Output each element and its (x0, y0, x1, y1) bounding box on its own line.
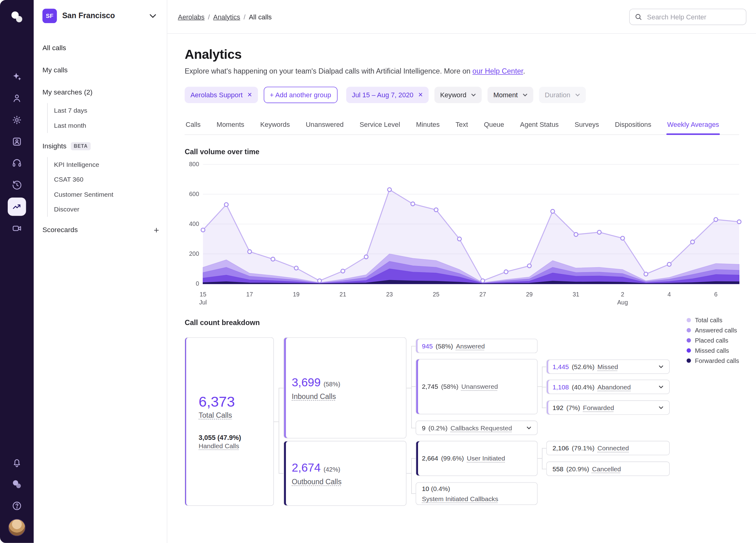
breakdown-node-system-initiated[interactable]: 10 (0.4%) System Initiated Callbacks (416, 482, 538, 505)
breakdown-node-user-initiated[interactable]: 2,664 (99.6%) User Initiated (416, 441, 538, 476)
search-input[interactable] (646, 12, 741, 21)
last-7-days-label: Last 7 days (54, 107, 87, 114)
breakdown-node-cancelled[interactable]: 558 (20.9%) Cancelled (546, 461, 670, 476)
duration-label: Duration (545, 91, 570, 99)
sidebar-item-kpi-intelligence[interactable]: KPI Intelligence (54, 157, 167, 172)
x-axis-tick: 25 (433, 290, 440, 299)
cancelled-label: Cancelled (592, 465, 621, 472)
sidebar-item-last-7-days[interactable]: Last 7 days (54, 103, 167, 118)
headset-icon[interactable] (8, 154, 26, 172)
tab-agent-status[interactable]: Agent Status (519, 116, 560, 135)
breadcrumb-analytics[interactable]: Analytics (213, 13, 240, 20)
bell-icon[interactable] (8, 453, 26, 471)
tab-service-level[interactable]: Service Level (359, 116, 401, 135)
history-icon[interactable] (8, 176, 26, 194)
date-range-chip[interactable]: Jul 15 – Aug 7, 2020 × (346, 87, 429, 103)
unanswered-value: 2,745 (422, 383, 438, 390)
forwarded-pct: (7%) (566, 404, 580, 411)
x-axis-tick: 15Jul (199, 290, 207, 307)
tab-weekly-averages[interactable]: Weekly Averages (666, 116, 720, 135)
customer-sentiment-label: Customer Sentiment (54, 191, 113, 198)
contact-card-icon[interactable] (8, 132, 26, 151)
breakdown-node-connected[interactable]: 2,106 (79.1%) Connected (546, 441, 670, 455)
connector-line (279, 388, 279, 474)
description-text: Explore what's happening on your team's … (185, 67, 472, 75)
tab-moments[interactable]: Moments (216, 116, 245, 135)
sidebar-item-csat-360[interactable]: CSAT 360 (54, 172, 167, 187)
tab-keywords[interactable]: Keywords (259, 116, 291, 135)
sidebar-item-scorecards[interactable]: Scorecards + (43, 219, 167, 241)
breakdown-node-inbound[interactable]: 3,699(58%) Inbound Calls (283, 337, 406, 439)
breakdown-node-unanswered[interactable]: 2,745 (58%) Unanswered (416, 359, 538, 414)
ai-sparkles-icon[interactable] (8, 67, 26, 85)
tab-text[interactable]: Text (455, 116, 469, 135)
add-group-button[interactable]: + Add another group (263, 87, 337, 103)
workspace-selector[interactable]: SF San Francisco (34, 0, 167, 30)
sidebar-item-my-calls[interactable]: My calls (43, 59, 167, 81)
breadcrumb-aerolabs[interactable]: Aerolabs (178, 13, 205, 20)
chevron-down-icon[interactable] (659, 365, 664, 368)
help-icon[interactable] (8, 496, 26, 515)
missed-pct: (52.6%) (572, 363, 595, 370)
total-calls-label: Total Calls (199, 411, 232, 419)
outbound-value: 2,674 (292, 461, 321, 475)
analytics-trend-icon[interactable] (8, 197, 26, 216)
breakdown-node-missed[interactable]: 1,445 (52.6%) Missed (546, 359, 670, 374)
chart-title: Call volume over time (185, 148, 739, 156)
tab-minutes[interactable]: Minutes (415, 116, 441, 135)
breakdown-node-forwarded[interactable]: 192 (7%) Forwarded (546, 400, 670, 415)
dialpad-logo-icon[interactable] (10, 10, 24, 24)
missed-label: Missed (597, 363, 618, 370)
answered-pct: (58%) (436, 342, 453, 349)
sidebar-item-discover[interactable]: Discover (54, 202, 167, 217)
x-axis-tick: 6 (714, 290, 717, 299)
chevron-down-icon[interactable] (526, 426, 531, 429)
sidebar-item-last-month[interactable]: Last month (54, 118, 167, 133)
sidebar-item-insights[interactable]: Insights BETA (43, 135, 167, 157)
remove-group-icon[interactable]: × (247, 91, 252, 99)
connected-pct: (79.1%) (572, 444, 595, 452)
duration-filter-dropdown[interactable]: Duration (539, 87, 586, 103)
y-axis-tick: 400 (185, 221, 199, 228)
person-icon[interactable] (8, 89, 26, 107)
chevron-down-icon[interactable] (659, 385, 664, 388)
user-initiated-value: 2,664 (422, 455, 438, 462)
abandoned-value: 1,108 (553, 383, 569, 390)
tab-unanswered[interactable]: Unanswered (305, 116, 344, 135)
breakdown-node-callbacks-requested[interactable]: 9 (0.2%) Callbacks Requested (416, 420, 538, 435)
breadcrumb: Aerolabs / Analytics / All calls (178, 13, 272, 20)
moment-filter-dropdown[interactable]: Moment (488, 87, 533, 103)
user-avatar[interactable] (8, 519, 26, 536)
call-volume-section: Call volume over time 800 600 400 200 0 … (185, 148, 739, 306)
connector-line (542, 367, 546, 367)
tab-dispositions[interactable]: Dispositions (614, 116, 652, 135)
help-center-link[interactable]: our Help Center (473, 67, 523, 75)
dialpad-mark-icon[interactable] (8, 475, 26, 493)
x-axis-tick: 23 (386, 290, 393, 299)
group-filter-chip[interactable]: Aerolabs Support × (185, 87, 258, 103)
keyword-filter-dropdown[interactable]: Keyword (434, 87, 482, 103)
legend-dot (687, 318, 691, 322)
breakdown-node-abandoned[interactable]: 1,108 (40.4%) Abandoned (546, 379, 670, 394)
settings-gear-icon[interactable] (8, 111, 26, 129)
breakdown-node-total-calls[interactable]: 6,373 Total Calls 3,055 (47.9%) Handled … (185, 337, 274, 506)
remove-date-icon[interactable]: × (418, 91, 423, 99)
video-meetings-icon[interactable] (8, 219, 26, 237)
call-volume-chart: 800 600 400 200 0 15Jul 17 19 21 23 25 2… (185, 160, 739, 306)
breakdown-node-answered[interactable]: 945 (58%) Answered (416, 338, 538, 353)
tab-queue[interactable]: Queue (483, 116, 505, 135)
help-search-box[interactable] (629, 8, 746, 25)
workspace-badge: SF (43, 9, 57, 23)
my-searches-label: My searches (2) (43, 88, 93, 96)
sidebar-item-all-calls[interactable]: All calls (43, 37, 167, 59)
chevron-down-icon[interactable] (659, 406, 664, 409)
add-scorecard-button[interactable]: + (154, 225, 159, 235)
insights-group: KPI Intelligence CSAT 360 Customer Senti… (47, 157, 167, 217)
connector-line (542, 469, 546, 469)
sidebar-item-my-searches[interactable]: My searches (2) (43, 81, 167, 103)
tab-calls[interactable]: Calls (185, 116, 201, 135)
breakdown-node-outbound[interactable]: 2,674(42%) Outbound Calls (283, 441, 406, 506)
connected-label: Connected (597, 444, 629, 452)
tab-surveys[interactable]: Surveys (574, 116, 600, 135)
sidebar-item-customer-sentiment[interactable]: Customer Sentiment (54, 187, 167, 202)
